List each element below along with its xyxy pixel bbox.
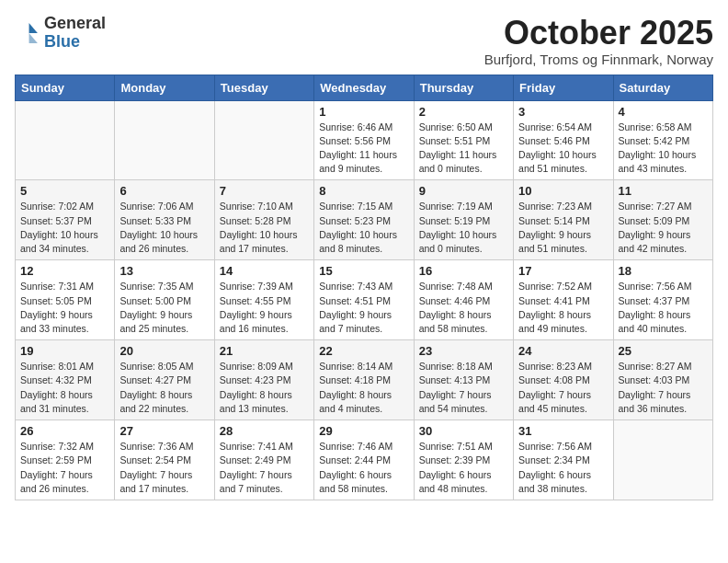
calendar-header: Sunday Monday Tuesday Wednesday Thursday… — [16, 75, 713, 100]
day-info: Sunrise: 8:09 AM Sunset: 4:23 PM Dayligh… — [220, 360, 309, 416]
day-info: Sunrise: 8:27 AM Sunset: 4:03 PM Dayligh… — [619, 360, 708, 416]
calendar-week-1: 1Sunrise: 6:46 AM Sunset: 5:56 PM Daylig… — [16, 100, 713, 180]
day-info: Sunrise: 7:23 AM Sunset: 5:14 PM Dayligh… — [518, 200, 608, 256]
table-row: 25Sunrise: 8:27 AM Sunset: 4:03 PM Dayli… — [613, 340, 712, 420]
table-row: 23Sunrise: 8:18 AM Sunset: 4:13 PM Dayli… — [414, 340, 513, 420]
day-info: Sunrise: 7:27 AM Sunset: 5:09 PM Dayligh… — [619, 200, 708, 256]
table-row — [16, 100, 115, 180]
table-row: 27Sunrise: 7:36 AM Sunset: 2:54 PM Dayli… — [115, 420, 214, 500]
day-info: Sunrise: 7:06 AM Sunset: 5:33 PM Dayligh… — [119, 200, 209, 256]
table-row: 5Sunrise: 7:02 AM Sunset: 5:37 PM Daylig… — [16, 180, 115, 260]
table-row: 21Sunrise: 8:09 AM Sunset: 4:23 PM Dayli… — [214, 340, 313, 420]
day-info: Sunrise: 7:02 AM Sunset: 5:37 PM Dayligh… — [20, 200, 109, 256]
calendar-week-4: 19Sunrise: 8:01 AM Sunset: 4:32 PM Dayli… — [16, 340, 713, 420]
col-sunday: Sunday — [16, 75, 115, 100]
table-row: 13Sunrise: 7:35 AM Sunset: 5:00 PM Dayli… — [115, 260, 214, 340]
day-number: 15 — [319, 264, 408, 278]
day-number: 19 — [20, 344, 109, 358]
day-number: 20 — [119, 344, 209, 358]
table-row: 18Sunrise: 7:56 AM Sunset: 4:37 PM Dayli… — [613, 260, 712, 340]
table-row: 19Sunrise: 8:01 AM Sunset: 4:32 PM Dayli… — [16, 340, 115, 420]
day-number: 5 — [20, 184, 109, 198]
day-number: 25 — [619, 344, 708, 358]
table-row: 10Sunrise: 7:23 AM Sunset: 5:14 PM Dayli… — [514, 180, 613, 260]
day-number: 13 — [119, 264, 209, 278]
table-row: 16Sunrise: 7:48 AM Sunset: 4:46 PM Dayli… — [414, 260, 513, 340]
day-number: 11 — [619, 184, 708, 198]
logo: General Blue — [15, 15, 106, 52]
col-friday: Friday — [514, 75, 613, 100]
day-info: Sunrise: 7:36 AM Sunset: 2:54 PM Dayligh… — [119, 440, 209, 496]
calendar-week-3: 12Sunrise: 7:31 AM Sunset: 5:05 PM Dayli… — [16, 260, 713, 340]
day-number: 14 — [220, 264, 309, 278]
day-info: Sunrise: 7:31 AM Sunset: 5:05 PM Dayligh… — [20, 280, 109, 336]
col-thursday: Thursday — [414, 75, 513, 100]
day-number: 16 — [419, 264, 508, 278]
table-row — [115, 100, 214, 180]
table-row: 9Sunrise: 7:19 AM Sunset: 5:19 PM Daylig… — [414, 180, 513, 260]
logo-general-text: General — [44, 14, 106, 32]
table-row: 20Sunrise: 8:05 AM Sunset: 4:27 PM Dayli… — [115, 340, 214, 420]
day-info: Sunrise: 7:41 AM Sunset: 2:49 PM Dayligh… — [220, 440, 309, 496]
day-number: 1 — [319, 105, 408, 119]
day-info: Sunrise: 6:50 AM Sunset: 5:51 PM Dayligh… — [419, 121, 508, 177]
table-row: 26Sunrise: 7:32 AM Sunset: 2:59 PM Dayli… — [16, 420, 115, 500]
day-number: 22 — [319, 344, 408, 358]
day-number: 30 — [419, 424, 508, 438]
table-row: 4Sunrise: 6:58 AM Sunset: 5:42 PM Daylig… — [613, 100, 712, 180]
day-number: 2 — [419, 105, 508, 119]
day-number: 6 — [119, 184, 209, 198]
day-number: 26 — [20, 424, 109, 438]
title-block: October 2025 Burfjord, Troms og Finnmark… — [484, 15, 713, 67]
day-info: Sunrise: 7:35 AM Sunset: 5:00 PM Dayligh… — [119, 280, 209, 336]
table-row: 7Sunrise: 7:10 AM Sunset: 5:28 PM Daylig… — [214, 180, 313, 260]
table-row: 15Sunrise: 7:43 AM Sunset: 4:51 PM Dayli… — [314, 260, 414, 340]
day-number: 27 — [119, 424, 209, 438]
day-number: 17 — [518, 264, 608, 278]
table-row: 6Sunrise: 7:06 AM Sunset: 5:33 PM Daylig… — [115, 180, 214, 260]
day-info: Sunrise: 8:05 AM Sunset: 4:27 PM Dayligh… — [119, 360, 209, 416]
table-row: 11Sunrise: 7:27 AM Sunset: 5:09 PM Dayli… — [613, 180, 712, 260]
day-number: 4 — [619, 105, 708, 119]
day-info: Sunrise: 7:32 AM Sunset: 2:59 PM Dayligh… — [20, 440, 109, 496]
month-title: October 2025 — [484, 15, 713, 52]
day-number: 9 — [419, 184, 508, 198]
day-info: Sunrise: 6:54 AM Sunset: 5:46 PM Dayligh… — [518, 121, 608, 177]
calendar-week-5: 26Sunrise: 7:32 AM Sunset: 2:59 PM Dayli… — [16, 420, 713, 500]
calendar-table: Sunday Monday Tuesday Wednesday Thursday… — [15, 75, 713, 500]
day-number: 7 — [220, 184, 309, 198]
day-info: Sunrise: 7:46 AM Sunset: 2:44 PM Dayligh… — [319, 440, 408, 496]
calendar-body: 1Sunrise: 6:46 AM Sunset: 5:56 PM Daylig… — [16, 100, 713, 500]
col-monday: Monday — [115, 75, 214, 100]
table-row: 1Sunrise: 6:46 AM Sunset: 5:56 PM Daylig… — [314, 100, 414, 180]
col-saturday: Saturday — [613, 75, 712, 100]
table-row: 12Sunrise: 7:31 AM Sunset: 5:05 PM Dayli… — [16, 260, 115, 340]
day-number: 29 — [319, 424, 408, 438]
table-row: 24Sunrise: 8:23 AM Sunset: 4:08 PM Dayli… — [514, 340, 613, 420]
day-info: Sunrise: 7:56 AM Sunset: 2:34 PM Dayligh… — [518, 440, 608, 496]
day-info: Sunrise: 7:52 AM Sunset: 4:41 PM Dayligh… — [518, 280, 608, 336]
day-number: 24 — [518, 344, 608, 358]
day-info: Sunrise: 7:10 AM Sunset: 5:28 PM Dayligh… — [220, 200, 309, 256]
table-row: 3Sunrise: 6:54 AM Sunset: 5:46 PM Daylig… — [514, 100, 613, 180]
logo-icon — [15, 20, 40, 46]
table-row: 28Sunrise: 7:41 AM Sunset: 2:49 PM Dayli… — [214, 420, 313, 500]
day-info: Sunrise: 8:14 AM Sunset: 4:18 PM Dayligh… — [319, 360, 408, 416]
header-row: Sunday Monday Tuesday Wednesday Thursday… — [16, 75, 713, 100]
day-number: 3 — [518, 105, 608, 119]
table-row: 29Sunrise: 7:46 AM Sunset: 2:44 PM Dayli… — [314, 420, 414, 500]
col-wednesday: Wednesday — [314, 75, 414, 100]
table-row — [214, 100, 313, 180]
table-row: 17Sunrise: 7:52 AM Sunset: 4:41 PM Dayli… — [514, 260, 613, 340]
table-row: 31Sunrise: 7:56 AM Sunset: 2:34 PM Dayli… — [514, 420, 613, 500]
col-tuesday: Tuesday — [214, 75, 313, 100]
table-row: 30Sunrise: 7:51 AM Sunset: 2:39 PM Dayli… — [414, 420, 513, 500]
day-info: Sunrise: 7:48 AM Sunset: 4:46 PM Dayligh… — [419, 280, 508, 336]
table-row — [613, 420, 712, 500]
day-info: Sunrise: 7:19 AM Sunset: 5:19 PM Dayligh… — [419, 200, 508, 256]
day-number: 28 — [220, 424, 309, 438]
calendar-week-2: 5Sunrise: 7:02 AM Sunset: 5:37 PM Daylig… — [16, 180, 713, 260]
logo-text: General Blue — [44, 15, 106, 52]
day-info: Sunrise: 7:43 AM Sunset: 4:51 PM Dayligh… — [319, 280, 408, 336]
page-header: General Blue October 2025 Burfjord, Trom… — [15, 15, 713, 67]
